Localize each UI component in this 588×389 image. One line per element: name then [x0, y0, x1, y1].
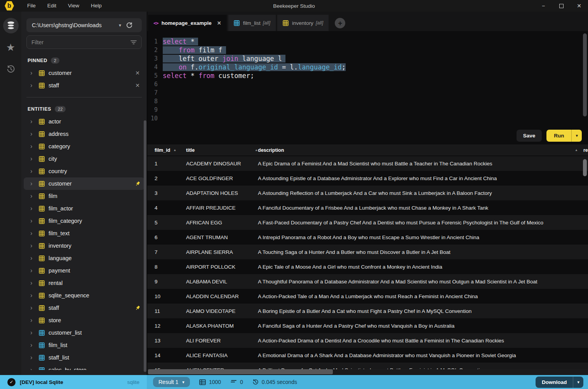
editor-scrollbar[interactable]: [583, 33, 587, 116]
sql-editor[interactable]: 1select *2 from film f3 left outer join …: [147, 31, 588, 127]
chevron-right-icon[interactable]: ›: [30, 304, 37, 311]
cell-film-id[interactable]: 4: [147, 205, 186, 211]
chevron-right-icon[interactable]: ›: [30, 366, 37, 370]
cell-film-id[interactable]: 14: [147, 353, 186, 358]
table-row[interactable]: 8AIRPORT POLLOCKA Epic Tale of a Moose A…: [147, 259, 588, 274]
chevron-right-icon[interactable]: ›: [30, 280, 37, 287]
cell-film-id[interactable]: 12: [147, 323, 186, 329]
cell-title[interactable]: AFRICAN EGG: [186, 220, 258, 226]
table-row[interactable]: 9ALABAMA DEVILA Thoughtful Panorama of a…: [147, 274, 588, 289]
entity-item-rental[interactable]: ›rental: [21, 277, 147, 289]
chevron-right-icon[interactable]: ›: [30, 205, 37, 212]
entity-item-address[interactable]: ›address: [21, 128, 147, 140]
cell-title[interactable]: AFFAIR PREJUDICE: [186, 205, 258, 211]
entity-item-staff[interactable]: ›staff: [21, 302, 147, 314]
cell-title[interactable]: ALI FOREVER: [186, 338, 258, 344]
download-options-button[interactable]: ▾: [573, 377, 583, 388]
entity-item-category[interactable]: ›category: [21, 140, 147, 153]
tab-homepage_example[interactable]: <>homepage_example✕: [148, 15, 227, 31]
entity-item-staff_list[interactable]: ›staff_list: [21, 351, 147, 364]
chevron-right-icon[interactable]: ›: [30, 292, 37, 299]
cell-description[interactable]: A Astounding Reflection of a Lumberjack …: [258, 190, 583, 196]
chevron-right-icon[interactable]: ›: [30, 130, 37, 137]
entity-item-sales_by_store[interactable]: ›sales_by_store: [21, 364, 147, 370]
entity-item-store[interactable]: ›store: [21, 314, 147, 326]
close-button[interactable]: ✕: [570, 0, 588, 12]
cell-title[interactable]: ALICE FANTASIA: [186, 353, 258, 358]
entity-item-customer[interactable]: ›customer: [24, 177, 144, 190]
chevron-right-icon[interactable]: ›: [30, 329, 37, 336]
table-row[interactable]: 7AIRPLANE SIERRAA Touching Saga of a Hun…: [147, 245, 588, 259]
cell-title[interactable]: ALABAMA DEVIL: [186, 279, 258, 285]
cell-title[interactable]: AGENT TRUMAN: [186, 234, 258, 240]
cell-description[interactable]: A Fanciful Documentary of a Frisbee And …: [258, 205, 583, 211]
cell-title[interactable]: ALADDIN CALENDAR: [186, 293, 258, 299]
cell-film-id[interactable]: 8: [147, 264, 186, 270]
cell-description[interactable]: A Thoughtful Panorama of a Database Admi…: [258, 279, 583, 285]
run-button[interactable]: Run: [546, 130, 572, 142]
cell-description[interactable]: A Fast-Paced Documentary of a Pastry Che…: [258, 220, 583, 226]
chevron-right-icon[interactable]: ›: [30, 217, 37, 224]
entity-item-film_list[interactable]: ›film_list: [21, 339, 147, 351]
pinned-section-header[interactable]: PINNED 2: [21, 57, 147, 64]
table-row[interactable]: 3ADAPTATION HOLESA Astounding Reflection…: [147, 186, 588, 200]
entity-item-payment[interactable]: ›payment: [21, 264, 147, 277]
cell-film-id[interactable]: 3: [147, 190, 186, 196]
entity-item-film_category[interactable]: ›film_category: [21, 215, 147, 227]
entity-item-sqlite_sequence[interactable]: ›sqlite_sequence: [21, 289, 147, 302]
chevron-right-icon[interactable]: ›: [30, 317, 37, 324]
table-row[interactable]: 2ACE GOLDFINGERA Astounding Epistle of a…: [147, 171, 588, 186]
column-header-film_id[interactable]: film_id▲: [147, 148, 186, 153]
chevron-right-icon[interactable]: ›: [30, 82, 37, 89]
column-header-description[interactable]: description▲: [258, 148, 583, 153]
result-selector-button[interactable]: Result 1 ▾: [153, 377, 190, 387]
table-row[interactable]: 6AGENT TRUMANA Intrepid Panorama of a Ro…: [147, 230, 588, 245]
chevron-right-icon[interactable]: ›: [30, 255, 37, 262]
table-row[interactable]: 13ALI FOREVERA Action-Packed Drama of a …: [147, 333, 588, 348]
cell-film-id[interactable]: 5: [147, 220, 186, 226]
database-nav-button[interactable]: [3, 18, 19, 33]
cell-title[interactable]: ALASKA PHANTOM: [186, 323, 258, 329]
chevron-right-icon[interactable]: ›: [30, 242, 37, 249]
cell-title[interactable]: ADAPTATION HOLES: [186, 190, 258, 196]
download-button[interactable]: Download: [536, 377, 574, 388]
cell-description[interactable]: A Epic Drama of a Feminist And a Mad Sci…: [258, 161, 583, 167]
results-vertical-scrollbar[interactable]: [583, 159, 587, 176]
sidebar-scrollbar[interactable]: [144, 120, 146, 372]
pinned-item-staff[interactable]: ›staff✕: [21, 79, 147, 92]
run-options-button[interactable]: ▾: [572, 130, 582, 142]
entity-item-customer_list[interactable]: ›customer_list: [21, 326, 147, 339]
cell-title[interactable]: ACE GOLDFINGER: [186, 175, 258, 181]
table-row[interactable]: 14ALICE FANTASIAA Emotional Drama of a A…: [147, 348, 588, 363]
new-tab-button[interactable]: +: [335, 18, 345, 28]
menu-file[interactable]: File: [21, 0, 42, 12]
chevron-right-icon[interactable]: ›: [30, 118, 37, 125]
chevron-right-icon[interactable]: ›: [30, 193, 37, 200]
cell-film-id[interactable]: 13: [147, 338, 186, 344]
cell-description[interactable]: A Action-Packed Tale of a Man And a Lumb…: [258, 293, 583, 299]
chevron-right-icon[interactable]: ›: [30, 180, 37, 187]
unpin-close-icon[interactable]: ✕: [133, 82, 142, 89]
column-header-title[interactable]: title▲: [186, 148, 258, 153]
cell-film-id[interactable]: 1: [147, 161, 186, 167]
cell-title[interactable]: AIRPLANE SIERRA: [186, 249, 258, 255]
entity-item-film[interactable]: ›film: [21, 190, 147, 202]
chevron-right-icon[interactable]: ›: [30, 354, 37, 361]
chevron-right-icon[interactable]: ›: [30, 168, 37, 175]
entity-item-actor[interactable]: ›actor: [21, 115, 147, 128]
filter-input[interactable]: [31, 39, 130, 45]
menu-help[interactable]: Help: [85, 0, 108, 12]
entity-item-inventory[interactable]: ›inventory: [21, 240, 147, 252]
entity-item-film_actor[interactable]: ›film_actor: [21, 202, 147, 215]
menu-view[interactable]: View: [62, 0, 85, 12]
cell-film-id[interactable]: 2: [147, 175, 186, 181]
cell-film-id[interactable]: 6: [147, 234, 186, 240]
table-row[interactable]: 1ACADEMY DINOSAURA Epic Drama of a Femin…: [147, 156, 588, 171]
pinned-item-customer[interactable]: ›customer✕: [21, 67, 147, 79]
history-nav-button[interactable]: [3, 61, 19, 77]
cell-film-id[interactable]: 10: [147, 293, 186, 299]
pinned-indicator[interactable]: [135, 305, 141, 311]
cell-description[interactable]: A Epic Tale of a Moose And a Girl who mu…: [258, 264, 583, 270]
entity-item-city[interactable]: ›city: [21, 153, 147, 165]
cell-description[interactable]: A Fanciful Saga of a Hunter And a Pastry…: [258, 323, 583, 329]
